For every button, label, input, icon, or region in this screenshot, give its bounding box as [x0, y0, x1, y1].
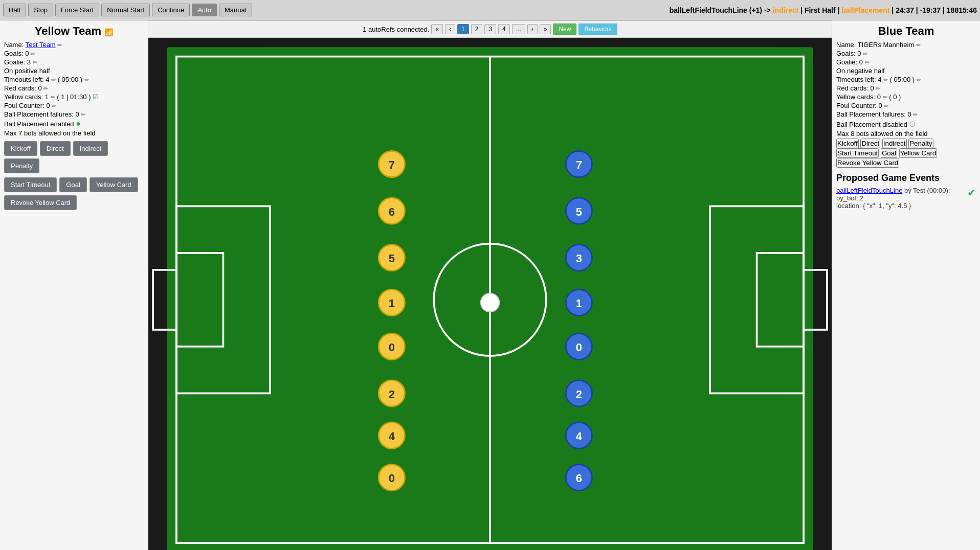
left-yellow-cards-edit[interactable]: ✏ — [51, 94, 55, 100]
right-revoke-row: Revoke Yellow Card — [836, 158, 976, 168]
normal-start-button[interactable]: Normal Start — [101, 4, 150, 16]
left-indirect-button[interactable]: Indirect — [73, 141, 108, 156]
left-foul-edit[interactable]: ✏ — [52, 103, 56, 109]
page-2[interactable]: 2 — [471, 24, 483, 34]
stop-button[interactable]: Stop — [28, 4, 53, 16]
left-bp-failures-edit[interactable]: ✏ — [81, 111, 85, 118]
right-yellow-card-button[interactable]: Yellow Card — [899, 148, 938, 158]
right-timeouts-label: Timeouts left: — [836, 76, 876, 83]
right-foul-counter-label: Foul Counter: — [836, 102, 877, 109]
page-4[interactable]: 4 — [498, 24, 510, 34]
left-revoke-yellow-card-button[interactable]: Revoke Yellow Card — [4, 195, 77, 210]
yellow-bot-5: 5 — [378, 244, 405, 270]
left-timeout-duration-edit[interactable]: ✏ — [84, 77, 89, 83]
left-timeouts-value: 4 — [46, 76, 49, 83]
left-team-title: Yellow Team 📶 — [4, 25, 144, 38]
left-foul-counter-row: Foul Counter: 0 ✏ — [4, 102, 144, 109]
left-timeouts-row: Timeouts left: 4 ✏ ( 05:00 ) ✏ — [4, 76, 144, 83]
left-name-link[interactable]: Test Team — [26, 41, 56, 49]
center-panel: Timestamp ↑↓ Stage Time ↑↓ Type ↑↓ Name … — [148, 20, 832, 550]
left-name-edit-icon[interactable]: ✏ — [57, 42, 62, 48]
right-yellow-cards-edit[interactable]: ✏ — [883, 94, 887, 100]
right-bp-toggle[interactable]: ⊙ — [909, 120, 916, 128]
yellow-bot-7: 7 — [378, 151, 405, 177]
right-name-edit-icon[interactable]: ✏ — [916, 42, 921, 48]
halt-button[interactable]: Halt — [3, 4, 26, 16]
yellow-bot-0: 0 — [378, 333, 405, 359]
left-timeouts-edit[interactable]: ✏ — [51, 77, 56, 83]
proposed-check-icon[interactable]: ✔ — [967, 187, 976, 199]
left-penalty-button[interactable]: Penalty — [4, 158, 39, 173]
right-timeouts-edit[interactable]: ✏ — [883, 77, 888, 83]
left-goals-label: Goals: — [4, 50, 24, 57]
proposed-event-entry: ballLeftFieldTouchLine by Test (00:00): … — [836, 187, 976, 210]
right-goals-edit-icon[interactable]: ✏ — [863, 51, 867, 57]
page-last[interactable]: » — [540, 24, 551, 34]
svg-text:0: 0 — [576, 341, 582, 354]
auto-button[interactable]: Auto — [192, 4, 217, 16]
svg-text:0: 0 — [389, 472, 395, 485]
right-foul-counter-value: 0 — [878, 102, 882, 109]
page-3[interactable]: 3 — [484, 24, 496, 34]
left-panel: Yellow Team 📶 Name: Test Team ✏ Goals: 0… — [0, 20, 148, 550]
right-indirect-button[interactable]: Indirect — [882, 139, 907, 148]
page-first[interactable]: « — [431, 24, 443, 34]
left-red-cards-value: 0 — [38, 84, 42, 92]
right-name-link[interactable]: TIGERs Mannheim — [858, 41, 915, 49]
force-start-button[interactable]: Force Start — [55, 4, 99, 16]
page-1[interactable]: 1 — [457, 24, 469, 34]
left-side-row: On positive half — [4, 67, 144, 75]
right-panel: Blue Team Name: TIGERs Mannheim ✏ Goals:… — [832, 20, 980, 550]
right-kickoff-button[interactable]: Kickoff — [836, 139, 859, 148]
blue-bot-0: 0 — [566, 333, 592, 359]
left-bp-toggle[interactable]: ● — [76, 119, 81, 128]
right-team-title-text: Blue Team — [878, 25, 934, 37]
right-timeout-duration-edit[interactable]: ✏ — [917, 77, 921, 83]
right-red-cards-edit[interactable]: ✏ — [876, 85, 880, 91]
right-name-label: Name: — [836, 41, 856, 49]
right-goalie-edit-icon[interactable]: ✏ — [865, 59, 870, 65]
right-start-timeout-button[interactable]: Start Timeout — [836, 148, 879, 158]
left-yellow-card-button[interactable]: Yellow Card — [90, 177, 138, 192]
left-bp-enabled-row: Ball Placement enabled ● — [4, 119, 144, 128]
new-button[interactable]: New — [553, 24, 576, 35]
left-start-timeout-button[interactable]: Start Timeout — [4, 177, 57, 192]
right-goals-label: Goals: — [836, 50, 856, 57]
left-red-cards-edit[interactable]: ✏ — [43, 85, 48, 91]
left-foul-counter-value: 0 — [46, 102, 50, 109]
right-name-row: Name: TIGERs Mannheim ✏ — [836, 41, 976, 49]
right-goal-button[interactable]: Goal — [881, 148, 897, 158]
right-revoke-yellow-card-button[interactable]: Revoke Yellow Card — [836, 158, 899, 168]
svg-point-42 — [481, 293, 500, 312]
yellow-bot-1: 1 — [378, 289, 405, 315]
svg-text:7: 7 — [389, 158, 395, 171]
left-goal-button[interactable]: Goal — [59, 177, 86, 192]
right-penalty-button[interactable]: Penalty — [908, 139, 933, 148]
left-kickoff-button[interactable]: Kickoff — [4, 141, 37, 156]
right-foul-edit[interactable]: ✏ — [884, 103, 888, 109]
right-action-row-2: Start Timeout Goal Yellow Card — [836, 148, 976, 158]
right-yellow-card-detail: ( 0 ) — [889, 93, 901, 101]
page-next[interactable]: › — [527, 24, 538, 34]
behaviors-button[interactable]: Behaviors — [578, 24, 617, 35]
left-goalie-edit-icon[interactable]: ✏ — [33, 59, 37, 65]
svg-text:6: 6 — [389, 205, 395, 218]
autorefs-text: 1 autoRefs connected. — [363, 26, 429, 33]
left-direct-button[interactable]: Direct — [40, 141, 71, 156]
left-name-label: Name: — [4, 41, 24, 49]
svg-text:4: 4 — [576, 430, 583, 443]
page-prev[interactable]: ‹ — [445, 24, 455, 34]
manual-button[interactable]: Manual — [219, 4, 252, 16]
proposed-event-link[interactable]: ballLeftFieldTouchLine — [836, 187, 902, 194]
left-bp-failures-row: Ball Placement failures: 0 ✏ — [4, 110, 144, 118]
blue-bot-7: 7 — [566, 151, 592, 177]
right-goals-value: 0 — [857, 50, 861, 57]
right-direct-button[interactable]: Direct — [860, 139, 880, 148]
left-foul-counter-label: Foul Counter: — [4, 102, 44, 109]
left-goals-edit-icon[interactable]: ✏ — [31, 51, 35, 57]
right-bp-failures-edit[interactable]: ✏ — [913, 111, 918, 118]
left-max-bots-row: Max 7 bots allowed on the field — [4, 129, 144, 137]
blue-bot-6: 6 — [566, 465, 592, 491]
continue-button[interactable]: Continue — [152, 4, 190, 16]
svg-text:0: 0 — [389, 341, 395, 354]
